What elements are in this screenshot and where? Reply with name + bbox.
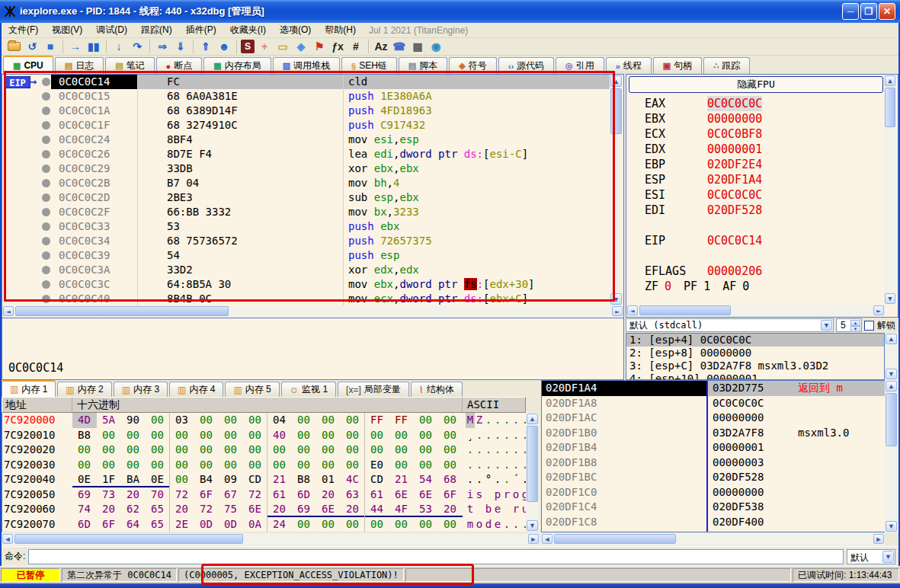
scroll-thumb[interactable] (886, 393, 897, 446)
scroll-down-icon[interactable]: ▼ (527, 520, 538, 531)
tab-符号[interactable]: ◆符号 (449, 57, 496, 74)
spin-up-icon[interactable]: ▲ (850, 320, 860, 326)
registers-hscrollbar[interactable]: ◄ ► (626, 305, 885, 317)
labels-icon[interactable]: ◈ (293, 39, 309, 54)
maximize-button[interactable]: ❐ (860, 3, 877, 20)
menu-item-0[interactable]: 文件(F) (2, 22, 45, 38)
scroll-thumb[interactable] (15, 306, 229, 316)
tab-内存布局[interactable]: ▦内存布局 (203, 57, 271, 74)
tab-SEH链[interactable]: §SEH链 (341, 57, 397, 74)
tab-跟踪[interactable]: ∴跟踪 (703, 57, 750, 74)
minimize-button[interactable]: ─ (842, 3, 859, 20)
arg-count-spinner[interactable]: 5 ▲▼ (836, 318, 862, 332)
pause-icon[interactable]: ▮▮ (85, 39, 102, 54)
flags-row[interactable]: ZF0PF1AF0 (626, 279, 884, 294)
scroll-thumb[interactable] (885, 88, 895, 127)
command-input[interactable] (28, 549, 844, 564)
tab-日志[interactable]: ▤日志 (55, 57, 104, 74)
stack-row[interactable]: 020DF1C8020DF400 (542, 515, 886, 530)
breakpoint-dot[interactable] (42, 295, 50, 303)
chevron-down-icon[interactable]: ▼ (821, 320, 832, 331)
internet-icon[interactable]: ◉ (428, 39, 444, 54)
tab-句柄[interactable]: ▣句柄 (653, 57, 702, 74)
calls-icon[interactable]: # (348, 39, 364, 54)
args-vscrollbar[interactable]: ▲ ▼ (885, 333, 898, 380)
argument-row[interactable]: 1: [esp+4] 0C0C0C0C (626, 334, 884, 347)
menu-item-6[interactable]: 选项(O) (273, 22, 318, 38)
execute-till-return-icon[interactable]: ⇑ (197, 39, 214, 54)
scroll-right-icon[interactable]: ► (873, 534, 884, 544)
comments-icon[interactable]: ▭ (274, 39, 291, 54)
breakpoint-dot[interactable] (42, 165, 50, 173)
disasm-row[interactable]: 0C0C0C3353push ebx (2, 219, 610, 234)
disasm-row[interactable]: 0C0C0C3A33D2xor edx,edx (2, 263, 610, 277)
scroll-left-icon[interactable]: ◄ (3, 306, 14, 316)
tab-笔记[interactable]: ▤笔记 (105, 57, 154, 74)
register-row-EFLAGS[interactable]: EFLAGS00000206 (626, 264, 884, 279)
scroll-right-icon[interactable]: ► (873, 305, 884, 315)
dump-vscrollbar[interactable]: ▲ ▼ (526, 413, 540, 532)
breakpoint-dot[interactable] (42, 78, 50, 86)
breakpoint-dot[interactable] (42, 222, 50, 231)
step-down-icon[interactable]: ⇓ (172, 39, 189, 54)
dump-tab-内存 4[interactable]: ▥内存 4 (169, 382, 223, 397)
breakpoint-dot[interactable] (42, 121, 50, 129)
stop-icon[interactable]: ■ (42, 39, 59, 54)
scroll-down-icon[interactable]: ▼ (885, 293, 895, 304)
scroll-thumb[interactable] (610, 88, 622, 134)
breakpoint-dot[interactable] (42, 251, 50, 260)
stack-row[interactable]: 020DF1AC00000000 (542, 411, 886, 426)
scroll-down-icon[interactable]: ▼ (886, 369, 897, 379)
argument-row[interactable]: 4: [esp+10] 00000001 (626, 372, 884, 380)
dump-row[interactable]: 7C9200400E1FBA0E00B409CD21B8014CCD215468… (2, 472, 526, 487)
tab-断点[interactable]: ●断点 (156, 57, 203, 74)
register-row-EBP[interactable]: EBP020DF2E4 (626, 157, 884, 172)
disasm-row[interactable]: 0C0C0C408B4B 0Cmov ecx,dword ptr ds:[ebx… (2, 292, 610, 305)
breakpoint-dot[interactable] (42, 237, 50, 245)
disasm-row[interactable]: 0C0C0C3954push esp (2, 248, 610, 263)
animate-into-icon[interactable]: ⇒ (154, 39, 171, 54)
stack-row[interactable]: 020DF1C000000000 (542, 485, 886, 500)
dump-tab-内存 2[interactable]: ▥内存 2 (57, 382, 111, 397)
scroll-left-icon[interactable]: ◄ (542, 534, 552, 544)
disasm-row[interactable]: 0C0C0C268D7E F4lea edi,dword ptr ds:[esi… (2, 147, 610, 161)
menu-item-5[interactable]: 收藏夹(I) (223, 22, 273, 38)
dump-row[interactable]: 7C9200004D5A90000300000004000000FFFF0000… (2, 413, 526, 428)
register-row-ECX[interactable]: ECX0C0C0BF8 (626, 126, 884, 142)
scroll-thumb[interactable] (14, 534, 243, 544)
tab-引用[interactable]: ◎引用 (556, 57, 604, 74)
stack-vscrollbar[interactable]: ▲ ▼ (885, 380, 898, 532)
argument-row[interactable]: 2: [esp+8] 00000000 (626, 347, 884, 360)
tab-CPU[interactable]: ▦CPU (3, 56, 53, 74)
register-row-ESP[interactable]: ESP020DF1A4 (626, 172, 884, 187)
dump-tab-局部变量[interactable]: [x=]局部变量 (338, 382, 409, 397)
breakpoint-dot[interactable] (42, 208, 50, 216)
spin-down-icon[interactable]: ▼ (850, 326, 860, 332)
menu-item-2[interactable]: 调试(D) (89, 22, 134, 38)
scroll-thumb[interactable] (639, 305, 731, 315)
stack-row[interactable]: 020DF1B003D2A7F8msxml3.0 (542, 426, 886, 441)
breakpoint-dot[interactable] (42, 107, 50, 115)
scroll-right-icon[interactable]: ► (528, 534, 539, 544)
breakpoint-dot[interactable] (42, 193, 50, 202)
registers-vscrollbar[interactable]: ▲ ▼ (884, 75, 897, 305)
strings-icon[interactable]: Az (373, 39, 389, 54)
dump-tab-内存 1[interactable]: ▥内存 1 (2, 380, 56, 397)
breakpoint-dot[interactable] (42, 179, 50, 187)
register-row-EBX[interactable]: EBX00000000 (626, 111, 884, 126)
disasm-row[interactable]: 0C0C0C1568 6A0A381Epush 1E380A6A (2, 89, 610, 104)
stack-row[interactable]: 020DF1CC020DF528 (542, 529, 886, 532)
step-into-icon[interactable]: ↓ (110, 39, 127, 54)
scroll-left-icon[interactable]: ◄ (627, 305, 638, 315)
disasm-row[interactable]: 0C0C0C2D2BE3sub esp,ebx (2, 190, 610, 205)
hide-fpu-button[interactable]: 隐藏FPU (629, 76, 883, 93)
dump-row[interactable]: 7C920060742062652072756E20696E20444F5320… (2, 502, 526, 517)
tab-脚本[interactable]: ▤脚本 (399, 57, 447, 74)
run-icon[interactable]: → (67, 39, 84, 54)
stack-row[interactable]: 020DF1A403D2D775返回到 m (542, 381, 886, 396)
stack-row[interactable]: 020DF1B400000001 (542, 440, 886, 455)
scroll-down-icon[interactable]: ▼ (886, 521, 897, 532)
scroll-up-icon[interactable]: ▲ (610, 75, 622, 87)
scroll-up-icon[interactable]: ▲ (527, 414, 538, 424)
register-row-EDI[interactable]: EDI020DF528 (626, 203, 884, 218)
